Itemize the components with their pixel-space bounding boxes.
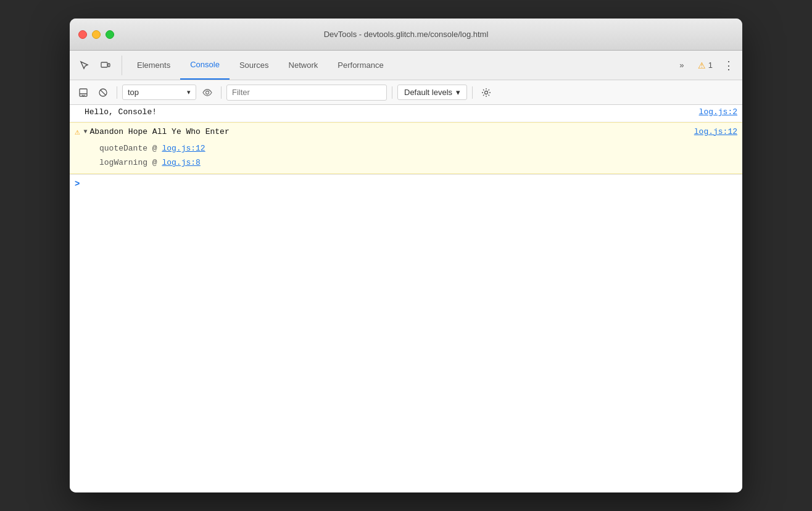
filter-input[interactable] — [226, 85, 387, 101]
svg-rect-2 — [80, 89, 87, 96]
tab-bar: Elements Console Sources Network Perform… — [70, 51, 742, 80]
close-button[interactable] — [78, 30, 87, 39]
toolbar-divider-1 — [117, 86, 117, 99]
traffic-lights — [78, 30, 114, 39]
stack-line-2: logWarning @ log.js:8 — [99, 156, 737, 170]
svg-point-7 — [485, 91, 488, 94]
warning-group: ⚠ ▼ Abandon Hope All Ye Who Enter log.js… — [70, 122, 742, 174]
title-bar: DevTools - devtools.glitch.me/console/lo… — [70, 19, 742, 51]
warning-icon: ⚠ — [698, 60, 706, 70]
stack-link-2[interactable]: log.js:8 — [162, 158, 200, 167]
log-levels-button[interactable]: Default levels ▾ — [397, 85, 467, 100]
toolbar-divider-2 — [221, 86, 222, 99]
device-toolbar-button[interactable] — [96, 56, 115, 75]
stack-trace: quoteDante @ log.js:12 logWarning @ log.… — [70, 140, 742, 173]
warning-source[interactable]: log.js:12 — [684, 127, 737, 136]
svg-rect-1 — [108, 64, 110, 67]
warning-triangle-icon: ⚠ — [75, 127, 80, 137]
warning-message: Abandon Hope All Ye Who Enter — [89, 127, 684, 136]
tab-network[interactable]: Network — [279, 51, 328, 80]
main-tabs: Elements Console Sources Network Perform… — [127, 51, 394, 80]
devtools-icons — [75, 56, 122, 75]
svg-point-6 — [206, 91, 209, 94]
stack-line-1: quoteDante @ log.js:12 — [99, 141, 737, 156]
live-expression-button[interactable] — [199, 84, 216, 101]
toolbar-divider-4 — [472, 86, 473, 99]
log-message-1: Hello, Console! — [85, 107, 689, 117]
maximize-button[interactable] — [106, 30, 114, 39]
console-toolbar: top ▾ Default levels ▾ — [70, 80, 742, 105]
devtools-window: DevTools - devtools.glitch.me/console/lo… — [70, 19, 742, 492]
inspect-element-button[interactable] — [75, 56, 94, 75]
window-title: DevTools - devtools.glitch.me/console/lo… — [324, 30, 489, 39]
warning-header: ⚠ ▼ Abandon Hope All Ye Who Enter log.js… — [70, 123, 742, 140]
console-prompt: > — [75, 179, 80, 189]
console-settings-button[interactable] — [478, 84, 495, 101]
tab-sources[interactable]: Sources — [230, 51, 279, 80]
show-drawer-button[interactable] — [75, 84, 92, 101]
context-selector[interactable]: top ▾ — [122, 85, 196, 100]
tab-performance[interactable]: Performance — [328, 51, 393, 80]
expand-arrow-icon[interactable]: ▼ — [83, 128, 87, 135]
warning-badge[interactable]: ⚠ 1 — [693, 58, 718, 73]
tab-overflow-button[interactable]: » — [673, 57, 690, 74]
console-body: Hello, Console! log.js:2 ⚠ ▼ Abandon Hop… — [70, 105, 742, 492]
svg-line-5 — [101, 90, 106, 95]
more-options-button[interactable]: ⋮ — [720, 57, 737, 74]
clear-console-button[interactable] — [94, 84, 112, 101]
tab-console[interactable]: Console — [180, 51, 230, 80]
svg-rect-0 — [101, 62, 107, 67]
log-source-1[interactable]: log.js:2 — [689, 107, 737, 117]
console-input-row: > — [70, 174, 742, 194]
tab-elements[interactable]: Elements — [127, 51, 180, 80]
tab-bar-right: » ⚠ 1 ⋮ — [673, 57, 737, 74]
toolbar-divider-3 — [392, 86, 392, 99]
log-row-info: Hello, Console! log.js:2 — [70, 105, 742, 122]
console-input[interactable] — [85, 180, 737, 189]
stack-link-1[interactable]: log.js:12 — [162, 144, 205, 153]
minimize-button[interactable] — [92, 30, 101, 39]
console-output: Hello, Console! log.js:2 ⚠ ▼ Abandon Hop… — [70, 105, 742, 492]
